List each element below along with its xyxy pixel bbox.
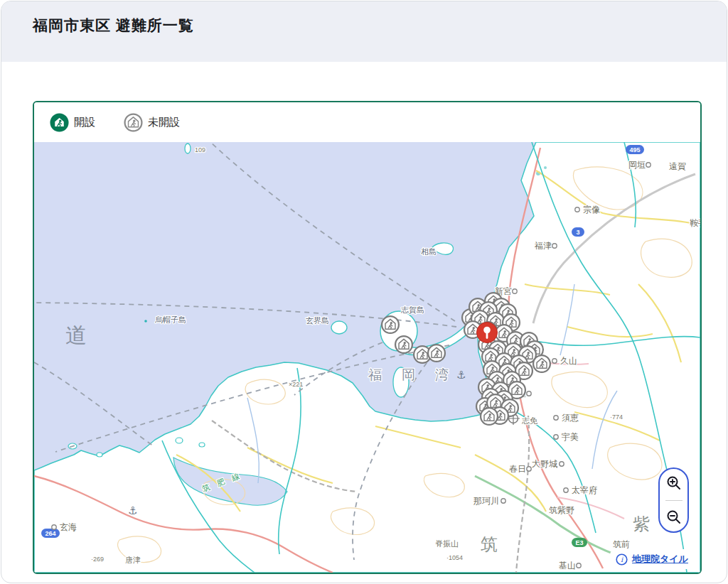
map-label: 宇美 [562,432,579,442]
map-label: 筑前 [613,539,630,549]
map-label: 久山 [560,356,577,366]
legend-closed-label: 未開設 [148,116,180,129]
zoom-in-button[interactable] [665,474,683,492]
svg-text:3: 3 [576,229,579,236]
gsi-tile-link[interactable]: 地理院タイル [632,553,688,566]
map-label: 遠賀 [669,161,686,171]
map-label: ·269 [91,556,104,563]
shelter-closed-icon [124,113,143,132]
genkaijima-island [331,321,347,334]
map-label: ⚓ [456,369,466,382]
map-label: 志賀島 [401,305,424,314]
legend-open-label: 開設 [74,116,95,129]
app-window: 福岡市東区 避難所一覧 開設 未開設 [1,1,727,583]
map-label: 烏帽子島 [155,315,186,324]
map-label: ·774 [610,413,623,421]
map-label: 筑 [481,534,498,554]
magnifier-minus-icon [665,509,682,526]
selected-pin-layer [477,323,498,343]
map-label: 玄海 [60,522,77,532]
page-title: 福岡市東区 避難所一覧 [33,16,727,36]
map-label: ⚓ [128,504,137,517]
map-label: 岡垣 [628,160,646,170]
map-label: 那珂川 [473,496,499,506]
shelter-open-icon [50,113,69,132]
map-label: 岡 [402,367,415,382]
map-canvas[interactable]: 2643495E3 109道烏帽子島玄界島相島志賀島福岡湾⚓⚓岡垣遠賀宗像福津鞍… [34,142,700,573]
magnifier-plus-icon [665,475,682,492]
info-icon[interactable]: i [616,553,628,566]
map-label: 福 [368,367,382,382]
red-pin-icon[interactable] [477,323,498,343]
svg-text:495: 495 [629,146,640,153]
map-label: 太宰府 [572,485,597,495]
map-label: ×221 [289,381,303,388]
zoom-divider [665,500,682,501]
map-label: 鞍手 [690,218,700,228]
map-label: 紫 [633,514,650,534]
map-label: 相島 [421,247,437,256]
page-header: 福岡市東区 避難所一覧 [1,1,727,62]
svg-text:264: 264 [45,530,55,537]
map-label: 志免 [522,416,537,425]
map-label: 宗像 [583,205,600,215]
map-label: 唐津 [125,556,141,564]
map-label: 湾 [435,367,449,382]
map-label: 春日 [509,464,526,474]
shelter-marker-closed[interactable] [382,316,399,333]
map-label: 筑紫野 [549,505,574,515]
shelter-marker-closed[interactable] [395,336,412,353]
shelter-marker-closed[interactable] [533,355,550,372]
svg-text:E3: E3 [575,539,583,546]
map-label: 玄界島 [306,316,329,325]
map-label: 須恵 [562,413,579,423]
shelter-marker-closed[interactable] [481,408,498,425]
zoom-out-button[interactable] [665,508,683,526]
map-label: 脊振山 [435,539,459,548]
map-attribution: i 地理院タイル [610,549,697,569]
legend-item-open: 開設 [50,113,95,132]
shelter-marker-closed[interactable] [428,345,445,362]
map-label: 福津 [534,241,552,251]
map-label: ·1054 [446,554,463,561]
legend: 開設 未開設 [34,102,700,142]
map-label: 基山 [559,561,576,571]
shelter-map-panel: 開設 未開設 [33,101,702,574]
map-label: 道 [65,323,87,347]
legend-item-closed: 未開設 [124,113,180,132]
zoom-control [658,467,689,533]
map-label: 大野城 [532,459,557,469]
map-label: 109 [195,146,205,153]
gsi-map[interactable]: 2643495E3 109道烏帽子島玄界島相島志賀島福岡湾⚓⚓岡垣遠賀宗像福津鞍… [34,142,700,573]
